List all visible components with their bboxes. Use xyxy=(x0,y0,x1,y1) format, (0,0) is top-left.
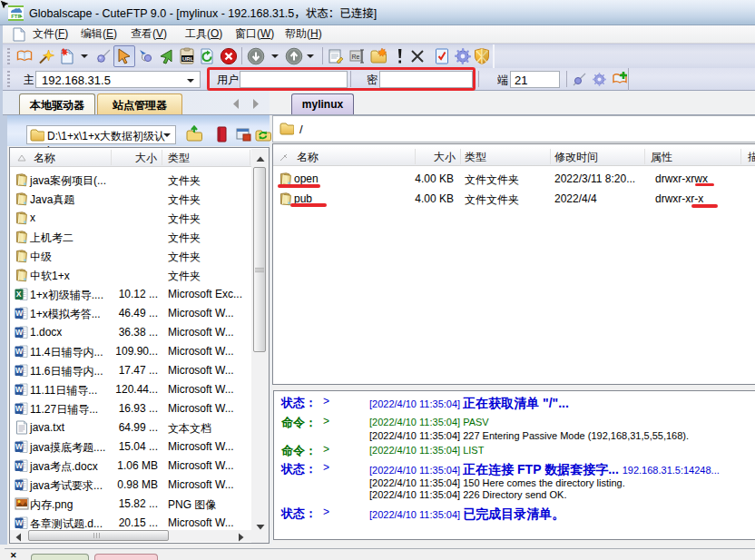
svg-text:W: W xyxy=(15,461,24,470)
svg-text:URL: URL xyxy=(182,56,194,62)
svg-text:W: W xyxy=(15,480,24,489)
svg-text:W: W xyxy=(15,328,24,337)
svg-text:W: W xyxy=(15,404,24,413)
svg-text:W: W xyxy=(15,442,24,451)
svg-text:Re: Re xyxy=(352,54,360,60)
svg-text:W: W xyxy=(15,366,24,375)
svg-text:W: W xyxy=(15,385,24,394)
svg-text:W: W xyxy=(15,347,24,356)
svg-text:W: W xyxy=(15,309,24,318)
svg-text:W: W xyxy=(15,518,24,527)
svg-text:X: X xyxy=(16,290,22,299)
